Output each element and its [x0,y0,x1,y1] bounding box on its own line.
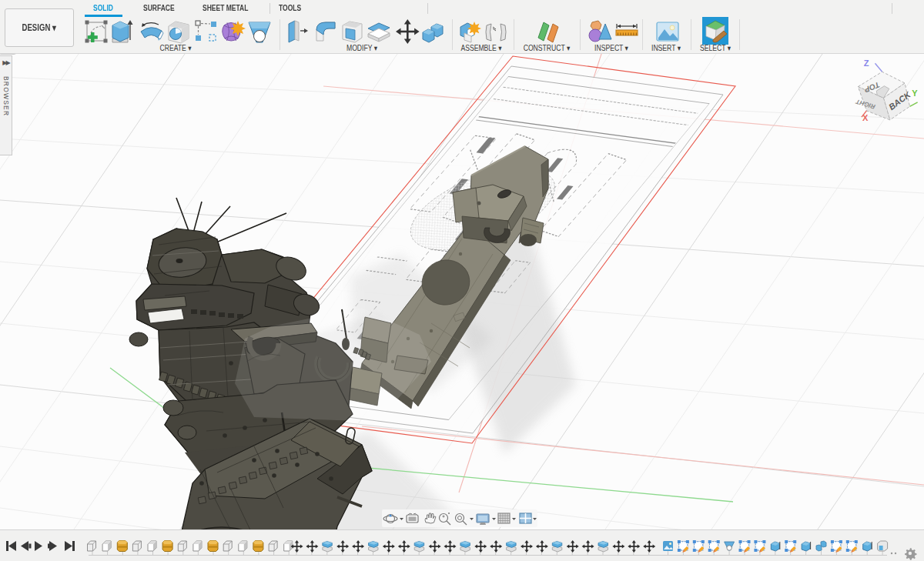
svg-text:Y: Y [912,88,918,98]
svg-text:X: X [862,113,869,122]
svg-text:Z: Z [864,58,869,68]
